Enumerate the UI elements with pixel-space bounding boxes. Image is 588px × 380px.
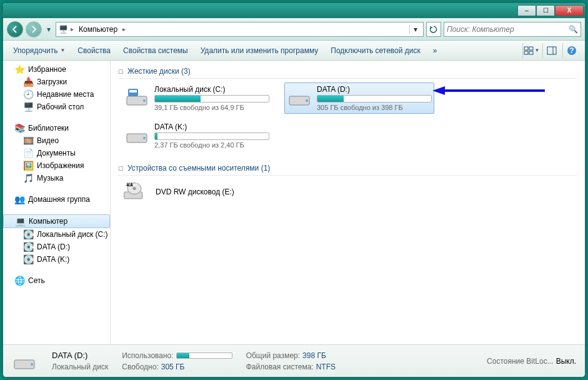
- details-usage-bar: [176, 352, 232, 359]
- svg-rect-1: [529, 47, 533, 50]
- forward-button[interactable]: [26, 21, 42, 38]
- sidebar-item-drive-k[interactable]: 💽DATA (K:): [3, 253, 110, 266]
- crumb-arrow-icon[interactable]: ▸: [122, 26, 126, 32]
- details-type: Локальный диск: [52, 362, 108, 371]
- hdd-icon: 💽: [23, 242, 33, 252]
- svg-rect-2: [524, 51, 528, 54]
- svg-point-24: [31, 363, 33, 366]
- network-icon: 🌐: [14, 276, 24, 286]
- sidebar-item-drive-d[interactable]: 💽DATA (D:): [3, 241, 110, 253]
- music-icon: 🎵: [23, 173, 33, 183]
- drive-free-text: 305 ГБ свободно из 398 ГБ: [317, 104, 432, 111]
- back-button[interactable]: [7, 21, 23, 38]
- content-pane[interactable]: ▢Жесткие диски (3) Локальный диск (C:) 3…: [111, 61, 585, 344]
- drive-dvd[interactable]: DVD DVD RW дисковод (E:): [118, 179, 577, 204]
- svg-rect-11: [129, 90, 137, 92]
- details-free-label: Свободно:: [122, 362, 159, 371]
- libraries-icon: 📚: [14, 123, 24, 133]
- map-drive-button[interactable]: Подключить сетевой диск: [326, 44, 425, 58]
- svg-point-18: [132, 187, 136, 190]
- sidebar-item-pictures[interactable]: 🖼️Изображения: [3, 159, 110, 172]
- details-used-label: Использовано:: [122, 351, 173, 360]
- sidebar-network[interactable]: 🌐Сеть: [3, 274, 110, 287]
- nav-pane[interactable]: ⭐Избранное 📥Загрузки 🕘Недавние места 🖥️Р…: [3, 61, 111, 344]
- drive-k[interactable]: DATA (K:) 2,37 ГБ свободно из 2,40 ГБ: [122, 120, 272, 151]
- body: ⭐Избранное 📥Загрузки 🕘Недавние места 🖥️Р…: [3, 61, 585, 344]
- sidebar-item-recent[interactable]: 🕘Недавние места: [3, 88, 110, 101]
- drive-usage-bar: [154, 95, 269, 102]
- drive-name: DATA (K:): [154, 122, 269, 131]
- sidebar-homegroup[interactable]: 👥Домашняя группа: [3, 193, 110, 206]
- system-properties-button[interactable]: Свойства системы: [118, 44, 193, 58]
- hdd-icon: [12, 349, 38, 374]
- toolbar: Упорядочить▼ Свойства Свойства системы У…: [3, 41, 585, 61]
- address-bar[interactable]: 🖥️ ▸ Компьютер ▸ ▾: [56, 22, 424, 37]
- window-controls: – ☐ X: [517, 5, 584, 16]
- drive-name: DVD RW дисковод (E:): [156, 188, 234, 196]
- details-fs-label: Файловая система:: [246, 362, 314, 371]
- navbar: ▾ 🖥️ ▸ Компьютер ▸ ▾ 🔍: [3, 18, 585, 41]
- sidebar-item-documents[interactable]: 📄Документы: [3, 147, 110, 159]
- titlebar[interactable]: – ☐ X: [3, 3, 585, 18]
- minimize-button[interactable]: –: [517, 5, 536, 16]
- view-options-button[interactable]: ▼: [522, 43, 540, 58]
- maximize-button[interactable]: ☐: [536, 5, 555, 16]
- details-bitlocker-val: Выкл.: [556, 357, 576, 366]
- collapse-icon: ▢: [118, 68, 124, 74]
- section-removable[interactable]: ▢Устройства со съемными носителями (1): [118, 161, 577, 176]
- star-icon: ⭐: [14, 64, 24, 74]
- sidebar-item-music[interactable]: 🎵Музыка: [3, 172, 110, 184]
- search-box[interactable]: 🔍: [444, 22, 581, 37]
- details-bitlocker-label: Состояние BitLoc...: [487, 357, 554, 366]
- drive-free-text: 39,1 ГБ свободно из 64,9 ГБ: [154, 104, 269, 111]
- computer-icon: 💻: [15, 216, 25, 226]
- nav-history-dropdown[interactable]: ▾: [44, 21, 53, 38]
- sidebar-computer[interactable]: 💻Компьютер: [3, 214, 110, 228]
- preview-pane-button[interactable]: [542, 43, 560, 58]
- refresh-button[interactable]: [426, 22, 441, 37]
- recent-icon: 🕘: [23, 89, 33, 99]
- sidebar-libraries[interactable]: 📚Библиотеки: [3, 122, 110, 134]
- close-button[interactable]: X: [555, 5, 584, 16]
- hdd-icon: [287, 85, 312, 110]
- drive-d[interactable]: DATA (D:) 305 ГБ свободно из 398 ГБ: [284, 82, 434, 114]
- svg-text:?: ?: [569, 46, 574, 55]
- sidebar-item-video[interactable]: 🎞️Видео: [3, 134, 110, 147]
- properties-button[interactable]: Свойства: [72, 44, 116, 58]
- details-total-val: 398 ГБ: [302, 351, 326, 360]
- details-name: DATA (D:): [52, 351, 87, 360]
- breadcrumb-computer[interactable]: Компьютер: [76, 24, 120, 35]
- toolbar-overflow[interactable]: »: [428, 44, 442, 58]
- hdd-icon: [124, 85, 149, 110]
- computer-icon: 🖥️: [59, 25, 68, 34]
- svg-point-15: [143, 137, 146, 139]
- svg-rect-4: [547, 47, 556, 54]
- drive-usage-bar: [154, 132, 269, 140]
- organize-button[interactable]: Упорядочить▼: [8, 44, 70, 58]
- hdd-icon: 💽: [23, 229, 33, 239]
- sidebar-item-desktop[interactable]: 🖥️Рабочий стол: [3, 101, 110, 113]
- drive-free-text: 2,37 ГБ свободно из 2,40 ГБ: [154, 141, 269, 149]
- search-icon: 🔍: [569, 25, 578, 34]
- sidebar-item-drive-c[interactable]: 💽Локальный диск (C:): [3, 228, 110, 241]
- section-hard-disks[interactable]: ▢Жесткие диски (3): [118, 64, 577, 79]
- details-pane: DATA (D:) Локальный диск Использовано: С…: [3, 344, 585, 377]
- search-input[interactable]: [447, 25, 569, 34]
- downloads-icon: 📥: [23, 77, 33, 87]
- drive-name: Локальный диск (C:): [154, 85, 269, 94]
- documents-icon: 📄: [23, 148, 33, 158]
- explorer-window: – ☐ X ▾ 🖥️ ▸ Компьютер ▸ ▾ 🔍 Упорядочит: [2, 2, 586, 378]
- address-dropdown[interactable]: ▾: [409, 25, 421, 34]
- desktop-icon: 🖥️: [23, 102, 33, 112]
- details-fs-val: NTFS: [316, 362, 336, 371]
- details-free-val: 305 ГБ: [161, 362, 185, 371]
- sidebar-item-downloads[interactable]: 📥Загрузки: [3, 76, 110, 88]
- help-button[interactable]: ?: [562, 43, 580, 58]
- sidebar-favorites[interactable]: ⭐Избранное: [3, 63, 110, 76]
- drive-c[interactable]: Локальный диск (C:) 39,1 ГБ свободно из …: [122, 82, 272, 114]
- crumb-arrow-icon[interactable]: ▸: [71, 26, 74, 32]
- collapse-icon: ▢: [118, 165, 124, 171]
- uninstall-button[interactable]: Удалить или изменить программу: [196, 44, 324, 58]
- drive-name: DATA (D:): [317, 85, 432, 94]
- svg-rect-3: [529, 51, 533, 54]
